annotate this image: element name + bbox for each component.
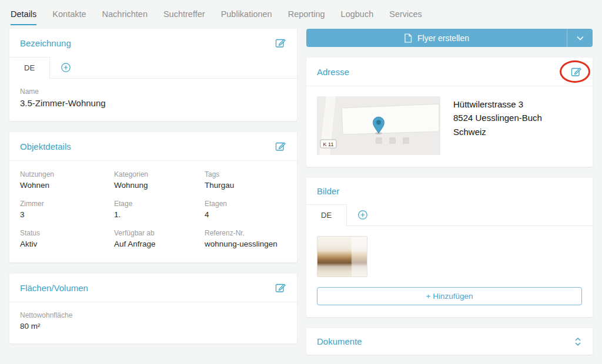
dokumente-reorder-button[interactable] [574, 337, 582, 346]
map-building [342, 104, 439, 134]
tab-services[interactable]: Services [389, 9, 422, 25]
field-value: 1. [114, 210, 205, 219]
bezeichnung-title: Bezeichnung [20, 38, 71, 48]
objektdetails-header: Objektdetails [9, 132, 297, 161]
field-label: Tags [205, 170, 286, 178]
field-label: Etage [114, 200, 205, 208]
address-text: Hüttwilerstrasse 3 8524 Uesslingen-Buch … [453, 96, 542, 155]
edit-icon [275, 282, 286, 294]
flaechen-content: Nettowohnfläche 80 m² [9, 302, 297, 343]
flaechen-header: Flächen/Volumen [9, 274, 297, 302]
field-value: Thurgau [205, 181, 286, 190]
bilder-content: + Hinzufügen [306, 226, 593, 317]
field-value: Auf Anfrage [114, 240, 205, 248]
field-label: Nettowohnfläche [20, 311, 286, 319]
field-value: Aktiv [20, 240, 114, 248]
main-content: Bezeichnung DE [0, 25, 602, 364]
plus-icon [357, 210, 368, 220]
bezeichnung-card: Bezeichnung DE [9, 29, 297, 121]
field-value: 80 m² [20, 322, 286, 331]
address-line-country: Schweiz [453, 125, 542, 139]
map-road-label: K 11 [323, 141, 334, 147]
tab-details[interactable]: Details [11, 9, 36, 25]
dokumente-card: Dokumente [306, 328, 593, 355]
detail-field: Zimmer 3 [20, 200, 114, 219]
field-label: Status [20, 229, 114, 237]
tab-logbuch[interactable]: Logbuch [341, 9, 374, 25]
bilder-card: Bilder DE + Hinzufügen [306, 178, 593, 317]
bezeichnung-language-tabs: DE [9, 57, 297, 79]
adresse-card: Adresse [306, 58, 593, 167]
flaechen-card: Flächen/Volumen Nettowohnfläche 80 m² [9, 274, 297, 343]
add-language-button[interactable] [61, 62, 71, 73]
chevron-down-icon [577, 36, 584, 41]
address-line-street: Hüttwilerstrasse 3 [453, 97, 542, 111]
objektdetails-title: Objektdetails [20, 141, 71, 151]
edit-icon [275, 140, 286, 152]
field-value: Wohnen [20, 181, 114, 190]
flyer-erstellen-button[interactable]: Flyer erstellen [306, 29, 567, 47]
left-column: Bezeichnung DE [9, 29, 297, 355]
flyer-button-label: Flyer erstellen [417, 33, 469, 43]
field-label: Nutzungen [20, 170, 114, 178]
field-label: Zimmer [20, 200, 114, 208]
field-value: 4 [205, 210, 286, 219]
adresse-edit-button[interactable] [570, 66, 582, 77]
adresse-content: K 11 Hüttwilerstrasse 3 8524 Uesslingen-… [306, 86, 593, 167]
tab-publikationen[interactable]: Publikationen [221, 9, 272, 25]
bilder-title: Bilder [317, 186, 339, 196]
flaechen-edit-button[interactable] [275, 282, 286, 294]
field-label: Verfügbar ab [114, 229, 205, 237]
tab-nachrichten[interactable]: Nachrichten [102, 9, 148, 25]
detail-field: Tags Thurgau [205, 170, 286, 190]
detail-field: Etagen 4 [205, 200, 286, 219]
edit-icon [275, 37, 286, 49]
field-value: 3 [20, 210, 114, 219]
bilder-header: Bilder [306, 178, 593, 204]
name-value: 3.5-Zimmer-Wohnung [20, 98, 286, 108]
tab-suchtreffer[interactable]: Suchtreffer [163, 9, 205, 25]
tab-de[interactable]: DE [9, 57, 50, 79]
add-image-button[interactable]: + Hinzufügen [317, 287, 582, 305]
add-language-button[interactable] [357, 210, 368, 220]
detail-field: Referenz-Nr. wohnung-uesslingen [205, 229, 286, 248]
dokumente-header: Dokumente [306, 328, 593, 355]
name-label: Name [20, 87, 286, 96]
tab-reporting[interactable]: Reporting [288, 9, 325, 25]
sort-up-down-icon [574, 337, 582, 346]
objektdetails-card: Objektdetails Nutzungen Wohnen Ka [9, 132, 297, 262]
bilder-language-tabs: DE [306, 204, 593, 226]
road-badge: K 11 [320, 140, 336, 148]
map-thumbnail[interactable]: K 11 [317, 96, 440, 155]
adresse-header: Adresse [306, 58, 593, 86]
bezeichnung-content: Name 3.5-Zimmer-Wohnung [9, 79, 297, 121]
field-value: wohnung-uesslingen [205, 240, 286, 248]
top-nav: Details Kontakte Nachrichten Suchtreffer… [0, 0, 602, 25]
plus-icon [61, 62, 71, 73]
right-column: Flyer erstellen Adresse [306, 29, 593, 364]
field-label: Kategorien [114, 170, 205, 178]
flyer-document-icon [404, 33, 412, 43]
objektdetails-edit-button[interactable] [275, 140, 286, 152]
detail-field: Verfügbar ab Auf Anfrage [114, 229, 205, 248]
adresse-title: Adresse [317, 67, 349, 77]
detail-field: Etage 1. [114, 200, 205, 219]
detail-field: Status Aktiv [20, 229, 114, 248]
objektdetails-grid: Nutzungen Wohnen Kategorien Wohnung Tags… [9, 161, 297, 262]
detail-field: Kategorien Wohnung [114, 170, 205, 190]
bezeichnung-header: Bezeichnung [9, 29, 297, 57]
edit-icon [570, 66, 582, 77]
field-label: Referenz-Nr. [205, 229, 286, 237]
bezeichnung-edit-button[interactable] [275, 37, 286, 49]
detail-field: Nutzungen Wohnen [20, 170, 114, 190]
tab-kontakte[interactable]: Kontakte [52, 9, 86, 25]
flyer-dropdown-button[interactable] [567, 29, 593, 47]
field-value: Wohnung [114, 181, 205, 190]
flyer-split-button: Flyer erstellen [306, 29, 593, 47]
dokumente-title: Dokumente [317, 336, 362, 346]
flaechen-title: Flächen/Volumen [20, 283, 88, 293]
tab-de[interactable]: DE [306, 204, 347, 226]
field-label: Etagen [205, 200, 286, 208]
address-line-city: 8524 Uesslingen-Buch [453, 111, 542, 124]
property-photo-thumbnail[interactable] [317, 236, 367, 277]
